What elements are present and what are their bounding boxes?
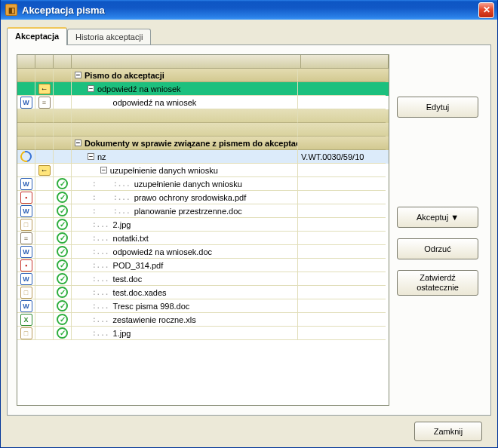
word-icon	[20, 205, 32, 217]
tree-item-label: odpowiedź na wniosek	[97, 84, 181, 94]
check-icon	[57, 259, 68, 271]
tree-row[interactable]: :... test.doc.xades	[17, 286, 389, 299]
dialog-window: ◧ Akceptacja pisma ✕ Akceptacja Historia…	[0, 0, 498, 448]
final-approve-button[interactable]: Zatwierdź ostatecznie	[397, 270, 478, 296]
tree-section-header[interactable]: − Dokumenty w sprawie związane z pismem …	[17, 137, 389, 150]
tree-item-label: prawo ochrony srodowiska.pdf	[134, 193, 247, 202]
tree-row[interactable]: : :... uzupełnienie danych wniosku	[17, 177, 389, 191]
check-icon	[57, 300, 68, 311]
section-label: Dokumenty w sprawie związane z pismem do…	[85, 139, 298, 148]
file-icon	[20, 219, 32, 231]
check-icon	[57, 219, 68, 230]
tree-item-label: planowanie przestrzenne.doc	[134, 207, 242, 216]
tree-row[interactable]: :... 1.jpg	[17, 327, 389, 340]
tree-row[interactable]: : :... prawo ochrony srodowiska.pdf	[17, 191, 389, 204]
tree-row[interactable]: − odpowiedź na wniosek	[17, 82, 389, 96]
tree-item-label: test.doc	[113, 275, 143, 284]
collapse-icon[interactable]: −	[88, 153, 94, 160]
tree-row[interactable]: : :... planowanie przestrzenne.doc	[17, 204, 389, 218]
folder-in-icon	[38, 165, 51, 176]
tree-row[interactable]: − uzupełnienie danych wniosku	[17, 164, 389, 177]
check-icon	[57, 246, 68, 257]
tree-row[interactable]: − nz V.WT.0030/59/10	[17, 150, 389, 164]
file-icon	[20, 287, 32, 299]
check-icon	[57, 232, 68, 244]
pdf-icon	[20, 192, 32, 204]
tree-section-header[interactable]: − Pismo do akceptacji	[17, 69, 389, 82]
tree-item-label: zestawienie roczne.xls	[113, 315, 196, 324]
document-tree[interactable]: − Pismo do akceptacji − odpo	[17, 54, 389, 406]
tab-akceptacja[interactable]: Akceptacja	[7, 27, 67, 45]
close-button[interactable]: Zamknij	[414, 422, 482, 441]
tree-row[interactable]: :... test.doc	[17, 272, 389, 286]
file-icon	[20, 327, 32, 339]
tree-item-label: POD_314.pdf	[113, 261, 164, 270]
word-icon	[20, 246, 32, 258]
tree-header	[17, 55, 389, 69]
section-label: Pismo do akceptacji	[85, 71, 164, 80]
word-icon	[20, 178, 32, 190]
close-icon[interactable]: ✕	[478, 2, 494, 18]
tree-item-label: test.doc.xades	[113, 288, 167, 297]
check-icon	[57, 327, 68, 339]
check-icon	[57, 273, 68, 284]
tab-panel: − Pismo do akceptacji − odpo	[7, 44, 491, 416]
tree-item-label: uzupełnienie danych wniosku	[110, 166, 218, 175]
text-icon	[20, 232, 32, 244]
refresh-icon	[18, 150, 33, 164]
tree-item-label: uzupełnienie danych wniosku	[134, 180, 242, 189]
collapse-icon[interactable]: −	[88, 85, 94, 92]
text-icon	[38, 97, 51, 109]
check-icon	[57, 205, 68, 216]
tree-item-label: 1.jpg	[113, 329, 131, 338]
check-icon	[57, 287, 68, 298]
reject-button[interactable]: Odrzuć	[397, 238, 478, 259]
word-icon	[20, 300, 32, 312]
tree-rows: − Pismo do akceptacji − odpo	[17, 69, 389, 340]
check-icon	[57, 192, 68, 203]
final-approve-label-1: Zatwierdź	[420, 273, 456, 283]
pdf-icon	[20, 259, 32, 272]
tree-item-label: Tresc pisma 998.doc	[113, 302, 190, 311]
final-approve-label-2: ostatecznie	[417, 283, 459, 293]
dialog-footer: Zamknij	[7, 416, 491, 441]
collapse-icon[interactable]: −	[75, 140, 81, 146]
window-title: Akceptacja pisma	[22, 5, 478, 16]
tab-strip: Akceptacja Historia akceptacji	[7, 27, 491, 44]
check-icon	[57, 314, 68, 325]
tree-row[interactable]: :... 2.jpg	[17, 218, 389, 232]
tree-row[interactable]: :... Tresc pisma 998.doc	[17, 299, 389, 313]
app-icon: ◧	[5, 4, 17, 16]
check-icon	[57, 178, 68, 189]
word-icon	[20, 97, 32, 109]
folder-in-icon	[38, 84, 51, 94]
tree-blank-row	[17, 123, 389, 137]
tree-item-label: notatki.txt	[113, 234, 149, 243]
tree-item-label: odpowiedź na wniosek.doc	[113, 247, 212, 256]
client-area: Akceptacja Historia akceptacji	[1, 20, 497, 447]
tree-item-ref: V.WT.0030/59/10	[301, 152, 364, 161]
tree-item-label: odpowiedź na wniosek	[113, 98, 197, 107]
tree-row[interactable]: :... zestawienie roczne.xls	[17, 313, 389, 327]
button-column: Edytuj Akceptuj ▼ Odrzuć Zatwierdź ostat…	[397, 54, 478, 406]
tree-row[interactable]: :... odpowiedź na wniosek.doc	[17, 245, 389, 259]
tree-row[interactable]: :... notatki.txt	[17, 232, 389, 245]
accept-button[interactable]: Akceptuj ▼	[397, 207, 478, 228]
excel-icon	[20, 314, 32, 326]
word-icon	[20, 273, 32, 285]
collapse-icon[interactable]: −	[100, 167, 107, 173]
tree-row[interactable]: odpowiedź na wniosek	[17, 96, 389, 109]
tree-item-label: nz	[97, 152, 106, 161]
tree-blank-row	[17, 109, 389, 123]
edit-button[interactable]: Edytuj	[397, 97, 478, 118]
tree-item-label: 2.jpg	[113, 220, 131, 229]
collapse-icon[interactable]: −	[75, 72, 81, 78]
tree-row[interactable]: :... POD_314.pdf	[17, 259, 389, 272]
titlebar: ◧ Akceptacja pisma ✕	[1, 0, 497, 20]
tab-historia[interactable]: Historia akceptacji	[67, 29, 151, 44]
